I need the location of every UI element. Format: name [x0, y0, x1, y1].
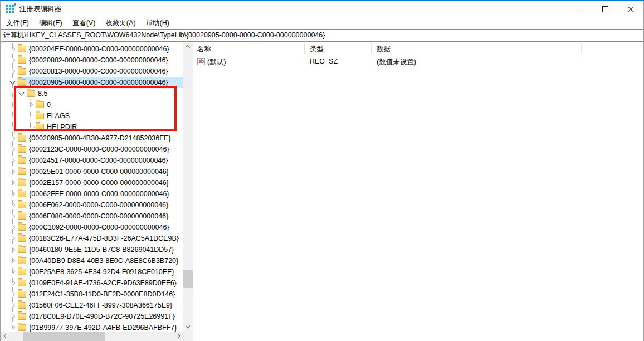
tree-item[interactable]: {00020802-0000-0000-C000-000000000046}: [1, 55, 183, 66]
scroll-up-icon[interactable]: [183, 42, 193, 51]
chevron-right-icon[interactable]: [8, 177, 17, 188]
tree-item[interactable]: {00183C26-E77A-475D-8D3F-26AC5A1DCE9B}: [1, 233, 183, 244]
chevron-right-icon[interactable]: [8, 188, 17, 199]
tree-item-content[interactable]: 0: [35, 99, 183, 110]
menu-file[interactable]: 文件(F): [1, 17, 34, 29]
chevron-right-icon[interactable]: [8, 289, 17, 300]
tree-item[interactable]: 8.5: [1, 88, 183, 99]
menu-help[interactable]: 帮助(H): [141, 17, 174, 29]
tree-vertical-scrollbar[interactable]: [183, 42, 193, 332]
tree-item-content[interactable]: {00020802-0000-0000-C000-000000000046}: [17, 55, 183, 66]
tree-item[interactable]: {0178C0E9-D70E-490D-B72C-90725E26991F}: [1, 311, 183, 322]
tree-item[interactable]: {00A40DB9-D8B4-40B3-8E0C-A8E8C6B3B720}: [1, 255, 183, 266]
chevron-right-icon[interactable]: [8, 144, 17, 155]
column-header-data[interactable]: 数据: [377, 44, 391, 54]
minimize-button[interactable]: [567, 1, 592, 17]
tree-item[interactable]: {0006F062-0000-0000-C000-000000000046}: [1, 199, 183, 211]
column-separator[interactable]: [371, 43, 372, 54]
tree-item-content[interactable]: {012F24C1-35B0-11D0-BF2D-0000E8D0D146}: [17, 289, 183, 300]
tree-item-content[interactable]: {00460180-9E5E-11D5-B7C8-B8269041DD57}: [17, 244, 183, 255]
chevron-right-icon[interactable]: [8, 311, 17, 322]
tree-item[interactable]: 0: [1, 99, 183, 110]
tree-item[interactable]: {01B99977-397E-492D-A4FB-ED296BAFBFF7}: [1, 322, 183, 332]
chevron-right-icon[interactable]: [8, 300, 17, 311]
chevron-down-icon[interactable]: [8, 77, 17, 88]
chevron-right-icon[interactable]: [8, 233, 17, 244]
tree-item-content[interactable]: {00A40DB9-D8B4-40B3-8E0C-A8E8C6B3B720}: [17, 255, 183, 266]
tree-item[interactable]: {00020813-0000-0000-C000-000000000046}: [1, 66, 183, 77]
tree-item-content[interactable]: {00F25AE8-3625-4E34-92D4-F0918CF010EE}: [17, 266, 183, 277]
chevron-right-icon[interactable]: [8, 166, 17, 177]
tree-item[interactable]: {0006F080-0000-0000-C000-000000000046}: [1, 211, 183, 222]
tree-item[interactable]: {0109E0F4-91AE-4736-A2CE-9D63E89D0EF6}: [1, 277, 183, 289]
chevron-right-icon[interactable]: [8, 266, 17, 277]
tree-item-content[interactable]: {0109E0F4-91AE-4736-A2CE-9D63E89D0EF6}: [17, 277, 183, 289]
chevron-right-icon[interactable]: [8, 155, 17, 166]
tree-item-content[interactable]: {00024517-0000-0000-C000-000000000046}: [17, 155, 183, 166]
tree-item[interactable]: {00024517-0000-0000-C000-000000000046}: [1, 155, 183, 166]
scroll-right-icon[interactable]: [174, 332, 183, 341]
tree-item[interactable]: {000204EF-0000-0000-C000-000000000046}: [1, 43, 183, 55]
tree-item-content[interactable]: {00025E01-0000-0000-C000-000000000046}: [17, 166, 183, 177]
tree-item-content[interactable]: {01B99977-397E-492D-A4FB-ED296BAFBFF7}: [17, 322, 183, 332]
horizontal-scrollbar-thumb[interactable]: [23, 332, 105, 341]
close-button[interactable]: [618, 1, 643, 17]
tree-item[interactable]: {00460180-9E5E-11D5-B7C8-B8269041DD57}: [1, 244, 183, 255]
tree-item-content[interactable]: {000204EF-0000-0000-C000-000000000046}: [17, 43, 183, 55]
address-bar[interactable]: 计算机\HKEY_CLASSES_ROOT\WOW6432Node\TypeLi…: [1, 29, 643, 42]
chevron-right-icon[interactable]: [8, 222, 17, 233]
tree-item-content[interactable]: {0002E157-0000-0000-C000-000000000046}: [17, 177, 183, 188]
chevron-right-icon[interactable]: [8, 133, 17, 144]
tree-item[interactable]: {0002E157-0000-0000-C000-000000000046}: [1, 177, 183, 188]
tree-item[interactable]: FLAGS: [1, 110, 183, 121]
tree-item-content[interactable]: {0178C0E9-D70E-490D-B72C-90725E26991F}: [17, 311, 183, 322]
tree-item[interactable]: {01560F06-CEE2-46FF-8997-308A366175E9}: [1, 300, 183, 311]
tree-item-content[interactable]: {0002123C-0000-0000-C000-000000000046}: [17, 144, 183, 155]
chevron-right-icon[interactable]: [8, 255, 17, 266]
tree-item[interactable]: {00025E01-0000-0000-C000-000000000046}: [1, 166, 183, 177]
tree-item[interactable]: {000C1092-0000-0000-C000-000000000046}: [1, 222, 183, 233]
tree-item-content[interactable]: {00062FFF-0000-0000-C000-000000000046}: [17, 188, 183, 199]
column-separator[interactable]: [304, 43, 305, 54]
tree-item-content[interactable]: {000C1092-0000-0000-C000-000000000046}: [17, 222, 183, 233]
chevron-right-icon[interactable]: [8, 55, 17, 66]
tree-item[interactable]: HELPDIR: [1, 121, 183, 133]
tree-item-content[interactable]: FLAGS: [35, 110, 183, 121]
tree-item-selected[interactable]: {00020905-0000-0000-C000-000000000046}: [17, 77, 183, 88]
tree-item-content[interactable]: {01560F06-CEE2-46FF-8997-308A366175E9}: [17, 300, 183, 311]
chevron-right-icon[interactable]: [8, 277, 17, 289]
tree-item[interactable]: {00062FFF-0000-0000-C000-000000000046}: [1, 188, 183, 199]
tree-item[interactable]: {012F24C1-35B0-11D0-BF2D-0000E8D0D146}: [1, 289, 183, 300]
tree-item-content[interactable]: HELPDIR: [35, 121, 183, 133]
maximize-button[interactable]: [592, 1, 618, 17]
tree-item[interactable]: {00020905-0000-0000-C000-000000000046}: [1, 77, 183, 88]
chevron-right-icon[interactable]: [8, 322, 17, 332]
scroll-down-icon[interactable]: [183, 322, 193, 332]
menu-view[interactable]: 查看(V): [67, 17, 101, 29]
value-row-default[interactable]: ab (默认) REG_SZ (数值未设置): [193, 56, 643, 67]
chevron-right-icon[interactable]: [8, 211, 17, 222]
chevron-right-icon[interactable]: [8, 199, 17, 211]
vertical-scrollbar-thumb[interactable]: [183, 270, 193, 288]
tree-item-content[interactable]: {00020813-0000-0000-C000-000000000046}: [17, 66, 183, 77]
menu-edit[interactable]: 编辑(E): [34, 17, 67, 29]
menu-favorites[interactable]: 收藏夹(A): [100, 17, 140, 29]
scroll-left-icon[interactable]: [1, 332, 10, 341]
column-separator[interactable]: [581, 43, 582, 54]
chevron-right-icon[interactable]: [8, 244, 17, 255]
chevron-right-icon[interactable]: [8, 43, 17, 55]
tree-item[interactable]: {00F25AE8-3625-4E34-92D4-F0918CF010EE}: [1, 266, 183, 277]
column-header-name[interactable]: 名称: [197, 44, 211, 54]
tree-item-content[interactable]: {0006F062-0000-0000-C000-000000000046}: [17, 199, 183, 211]
tree-item-content[interactable]: {00183C26-E77A-475D-8D3F-26AC5A1DCE9B}: [17, 233, 183, 244]
chevron-right-icon[interactable]: [26, 99, 35, 110]
chevron-right-icon[interactable]: [8, 66, 17, 77]
chevron-down-icon[interactable]: [17, 88, 26, 99]
tree-item-content[interactable]: {00020905-0000-4B30-A977-D214852036FE}: [17, 133, 183, 144]
tree-horizontal-scrollbar[interactable]: [1, 332, 183, 341]
tree-item-content[interactable]: 8.5: [26, 88, 183, 99]
column-header-type[interactable]: 类型: [310, 44, 324, 54]
tree-item[interactable]: {00020905-0000-4B30-A977-D214852036FE}: [1, 133, 183, 144]
tree-item[interactable]: {0002123C-0000-0000-C000-000000000046}: [1, 144, 183, 155]
tree-item-content[interactable]: {0006F080-0000-0000-C000-000000000046}: [17, 211, 183, 222]
